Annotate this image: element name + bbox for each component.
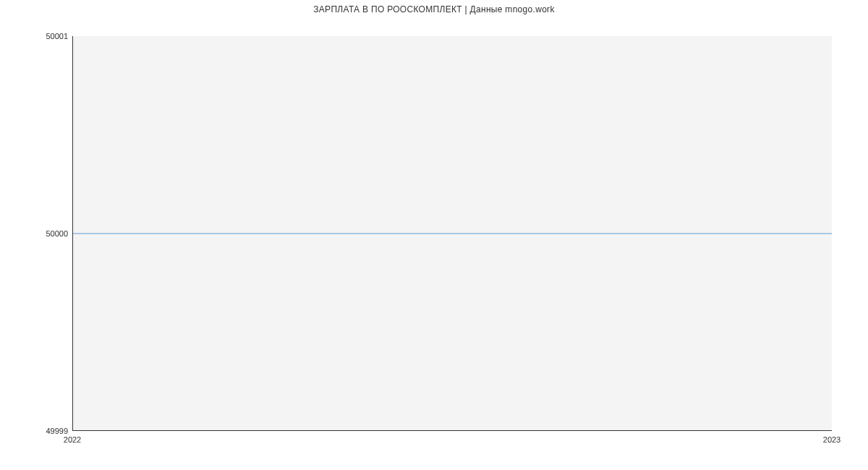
chart-title: ЗАРПЛАТА В ПО РООСКОМПЛЕКТ | Данные mnog… (0, 4, 868, 14)
data-line (73, 233, 832, 234)
chart-container: ЗАРПЛАТА В ПО РООСКОМПЛЕКТ | Данные mnog… (0, 0, 868, 470)
x-tick-label: 2023 (823, 435, 841, 444)
x-tick-label: 2022 (64, 435, 81, 444)
plot-area (72, 36, 832, 431)
y-tick-label: 50001 (25, 32, 68, 40)
y-tick-label: 50000 (25, 229, 68, 238)
y-tick-label: 49999 (25, 427, 68, 435)
